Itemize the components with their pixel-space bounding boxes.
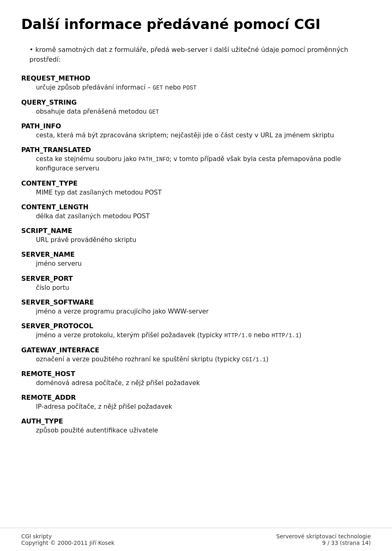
var-desc-server-name: jméno serveru	[36, 259, 371, 269]
footer-page-number: 9 / 33 (strana 14)	[322, 540, 371, 546]
var-name-query-string: QUERY_STRING	[21, 99, 371, 106]
var-desc-script-name: URL právě prováděného skriptu	[36, 235, 371, 245]
var-name-gateway-interface: GATEWAY_INTERFACE	[21, 346, 371, 354]
var-block-content-length: CONTENT_LENGTH délka dat zasílaných meto…	[21, 203, 371, 221]
var-name-remote-host: REMOTE_HOST	[21, 370, 371, 378]
var-name-remote-addr: REMOTE_ADDR	[21, 394, 371, 401]
var-desc-server-software: jméno a verze programu pracujícího jako …	[36, 307, 371, 316]
page-footer: CGI skripty Copyright © 2000-2011 Jiří K…	[0, 528, 392, 551]
var-block-server-name: SERVER_NAME jméno serveru	[21, 251, 371, 269]
var-name-server-protocol: SERVER_PROTOCOL	[21, 322, 371, 330]
var-desc-server-port: číslo portu	[36, 283, 371, 293]
var-desc-path-info: cesta, která má být zpracována skriptem;…	[36, 131, 371, 140]
var-block-path-translated: PATH_TRANSLATED cesta ke stejnému soubor…	[21, 146, 371, 174]
footer-title: CGI skripty	[21, 533, 114, 540]
footer-copyright: Copyright © 2000-2011 Jiří Kosek	[21, 540, 114, 546]
var-desc-content-length: délka dat zasílaných metodou POST	[36, 212, 371, 221]
var-block-server-software: SERVER_SOFTWARE jméno a verze programu p…	[21, 298, 371, 316]
page-content: Další informace předávané pomocí CGI kro…	[0, 0, 392, 474]
var-block-auth-type: AUTH_TYPE způsob použité autentifikace u…	[21, 417, 371, 435]
var-block-server-protocol: SERVER_PROTOCOL jméno a verze protokolu,…	[21, 322, 371, 340]
var-name-request-method: REQUEST_METHOD	[21, 74, 371, 82]
var-block-path-info: PATH_INFO cesta, která má být zpracována…	[21, 122, 371, 140]
var-desc-request-method: určuje způsob předávání informací – GET …	[36, 83, 371, 92]
var-block-request-method: REQUEST_METHOD určuje způsob předávání i…	[21, 74, 371, 92]
var-name-path-translated: PATH_TRANSLATED	[21, 146, 371, 154]
var-desc-gateway-interface: označení a verze použitého rozhraní ke s…	[36, 355, 371, 364]
var-block-server-port: SERVER_PORT číslo portu	[21, 275, 371, 293]
var-desc-remote-host: doménová adresa počítače, z nějž přišel …	[36, 379, 371, 388]
var-desc-server-protocol: jméno a verze protokolu, kterým přišel p…	[36, 331, 371, 340]
footer-left: CGI skripty Copyright © 2000-2011 Jiří K…	[21, 533, 114, 546]
var-block-remote-host: REMOTE_HOST doménová adresa počítače, z …	[21, 370, 371, 388]
var-name-auth-type: AUTH_TYPE	[21, 417, 371, 425]
var-block-script-name: SCRIPT_NAME URL právě prováděného skript…	[21, 227, 371, 245]
footer-right: Serverové skriptovací technologie 9 / 33…	[276, 533, 371, 546]
var-desc-auth-type: způsob použité autentifikace uživatele	[36, 426, 371, 435]
page-title: Další informace předávané pomocí CGI	[21, 16, 371, 33]
var-block-gateway-interface: GATEWAY_INTERFACE označení a verze použi…	[21, 346, 371, 364]
var-block-content-type: CONTENT_TYPE MIME typ dat zasílaných met…	[21, 179, 371, 197]
var-name-server-software: SERVER_SOFTWARE	[21, 298, 371, 306]
var-name-script-name: SCRIPT_NAME	[21, 227, 371, 235]
var-name-server-port: SERVER_PORT	[21, 275, 371, 282]
var-block-query-string: QUERY_STRING obsahuje data přenášená met…	[21, 99, 371, 116]
footer-subject: Serverové skriptovací technologie	[276, 533, 371, 540]
var-desc-remote-addr: IP-adresa počítače, z nějž přišel požada…	[36, 402, 371, 412]
var-name-content-length: CONTENT_LENGTH	[21, 203, 371, 211]
var-desc-query-string: obsahuje data přenášená metodou GET	[36, 107, 371, 116]
var-block-remote-addr: REMOTE_ADDR IP-adresa počítače, z nějž p…	[21, 394, 371, 412]
var-name-content-type: CONTENT_TYPE	[21, 179, 371, 187]
intro-text: kromě samotných dat z formuláře, předá w…	[29, 45, 371, 65]
var-desc-content-type: MIME typ dat zasílaných metodou POST	[36, 188, 371, 197]
var-name-path-info: PATH_INFO	[21, 122, 371, 130]
var-desc-path-translated: cesta ke stejnému souboru jako PATH_INFO…	[36, 155, 371, 174]
var-name-server-name: SERVER_NAME	[21, 251, 371, 258]
